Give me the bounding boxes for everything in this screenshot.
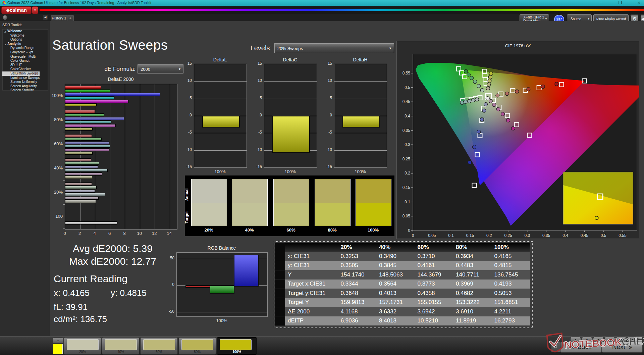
svg-text:0.3: 0.3 <box>525 233 530 238</box>
sidebar-item-welcome[interactable]: Welcome <box>2 34 48 38</box>
svg-text:0: 0 <box>408 228 410 233</box>
page-title: Saturation Sweeps <box>52 38 168 53</box>
window-titlebar: Calman 2022 Calman Ultimate for Business… <box>0 0 644 6</box>
tree-group-analysis[interactable]: ◢Analysis <box>2 42 48 46</box>
deltaE-bar-60%-3 <box>65 145 110 148</box>
tab-history-1[interactable]: History 1 <box>51 15 67 21</box>
measurement-marker <box>501 112 505 116</box>
deltaL-ytick: 5 <box>180 96 192 100</box>
svg-text:0.1: 0.1 <box>448 233 454 238</box>
deltaE-bar-20%-2 <box>65 190 95 193</box>
sidebar-item-3d-lut[interactable]: 3D LUT <box>2 63 48 67</box>
deltaH-ytick: -10 <box>321 147 332 152</box>
deltaH-ytick: 10 <box>321 78 332 83</box>
gridline <box>334 133 387 133</box>
cell-value: 155.0155 <box>415 298 453 307</box>
deltaL-ytick: -5 <box>180 130 192 135</box>
measurement-marker <box>488 79 491 83</box>
cell-value: 0.3505 <box>338 261 376 270</box>
deltaC-ytick: -10 <box>251 147 262 152</box>
de-formula-dropdown[interactable]: 2000 ▼ <box>138 64 183 73</box>
cell-value: 140.7711 <box>453 270 491 280</box>
add-tab-button[interactable]: + <box>67 15 74 21</box>
tick <box>63 108 65 108</box>
cell-value: 148.5063 <box>376 270 415 280</box>
calman-menu-arrow-icon[interactable]: ▼ <box>32 6 38 14</box>
deltaE-bar-60%-5 <box>65 152 93 155</box>
cell-value: 153.3222 <box>453 298 491 307</box>
deltaH-ytick: -15 <box>321 164 332 169</box>
maximize-button[interactable]: ❐ <box>615 0 625 5</box>
patch-button-60%[interactable]: 60% <box>140 337 178 355</box>
rgb-ytick: 50 <box>162 256 174 260</box>
cell-value: 11.8919 <box>453 316 491 326</box>
svg-text:0.2: 0.2 <box>486 233 492 238</box>
back-button[interactable]: « Back <box>560 342 602 353</box>
levels-label: Levels: <box>231 44 272 52</box>
patch-button-100%[interactable]: 100% <box>217 337 257 355</box>
deltaE-xlabel: 10 <box>136 231 144 236</box>
deltaE-chart-title: DeltaE 2000 <box>65 77 177 82</box>
sidebar-item-colorchecker[interactable]: ColorChecker <box>2 67 48 71</box>
sidebar-item-grayscale-2pt[interactable]: Grayscale - 2pt <box>2 50 48 55</box>
tree-group-welcome[interactable]: ◢Welcome <box>2 29 48 34</box>
deltaH-xlabel: 100% <box>334 169 386 174</box>
measurement-marker <box>467 73 470 77</box>
cie-diagram-panel: CIE 1976 u'v' 00.050.10.150.20.250.30.35… <box>396 41 639 239</box>
svg-text:0: 0 <box>412 233 414 238</box>
sidebar-item-options[interactable]: Options <box>2 38 48 42</box>
levels-dropdown-arrow-icon: ▼ <box>389 47 392 50</box>
svg-text:0.5: 0.5 <box>405 85 410 90</box>
tick <box>63 156 65 156</box>
svg-text:0.05: 0.05 <box>402 214 411 218</box>
row-gutter <box>275 298 285 307</box>
svg-text:0.25: 0.25 <box>504 233 512 238</box>
levels-dropdown[interactable]: 20% Sweeps ▼ <box>274 43 394 53</box>
sidebar-item-dynamic-range[interactable]: Dynamic Range <box>2 46 48 50</box>
rgb-xlabel: 100% <box>176 318 267 323</box>
sidebar-collapse-icon[interactable]: ◀ <box>43 15 48 20</box>
sidebar-item-saturation-sweeps[interactable]: Saturation Sweeps <box>2 71 40 76</box>
table-header-20%: 20% <box>338 243 376 252</box>
next-button[interactable]: Next » <box>602 342 643 353</box>
deltaE-xlabel: 4 <box>91 231 99 236</box>
row-label: dEITP <box>285 316 338 326</box>
sidebar-pin-button[interactable] <box>3 15 7 20</box>
deltaE-xlabel: 12 <box>150 231 158 236</box>
cell-value: 16.2793 <box>491 316 530 326</box>
cell-value: 0.3253 <box>338 252 376 261</box>
sidebar-item-color-gamut[interactable]: Color Gamut <box>2 59 48 63</box>
swatch-label: 100% <box>356 227 391 233</box>
patch-button-20%[interactable]: 20% <box>64 337 101 355</box>
cell-value: 3.6942 <box>415 307 453 316</box>
measurement-marker <box>480 118 484 121</box>
patch-button-80%[interactable]: 80% <box>178 337 216 355</box>
deltaE-bar-100%-3 <box>65 96 114 99</box>
cell-value: 0.4483 <box>453 261 491 270</box>
cell-value: 0.3344 <box>338 280 376 289</box>
minimize-button[interactable]: – <box>596 0 606 5</box>
sidebar-item-screen-uniformity[interactable]: Screen Uniformity <box>2 80 48 84</box>
gridline <box>194 99 247 99</box>
deltaE-ylabel: 40% <box>49 165 63 170</box>
gridline <box>334 99 387 99</box>
sidebar-item-screen-angularity[interactable]: Screen Angularity <box>2 84 48 89</box>
patch-button-40%[interactable]: 40% <box>102 337 140 355</box>
display-control-dropdown-arrow-icon: ▼ <box>624 17 627 20</box>
sidebar-item-grayscale-multi[interactable]: Grayscale - Multi <box>2 55 48 59</box>
close-button[interactable]: ✕ <box>634 0 644 5</box>
deltaC-ytick: 5 <box>251 96 262 100</box>
cell-value: 136.7545 <box>491 270 530 280</box>
stop-measure-button[interactable] <box>551 342 561 353</box>
workflow-tree: ◢WelcomeWelcomeOptions◢AnalysisDynamic R… <box>2 29 48 91</box>
sidebar-item-luminance-sweeps[interactable]: Luminance Sweeps <box>2 76 48 80</box>
measurement-marker <box>511 126 515 130</box>
swatch-label: 40% <box>232 227 267 233</box>
calman-menu-button[interactable]: ◈calman <box>1 6 32 14</box>
measurement-marker <box>482 109 486 112</box>
sidebar-item-screen-stability[interactable]: Screen Stability <box>2 88 48 91</box>
swatch-target <box>274 203 309 226</box>
patch-popup-icon[interactable]: ▲ <box>53 338 63 344</box>
cell-value: 0.3934 <box>453 252 491 261</box>
measurement-marker <box>555 82 558 86</box>
